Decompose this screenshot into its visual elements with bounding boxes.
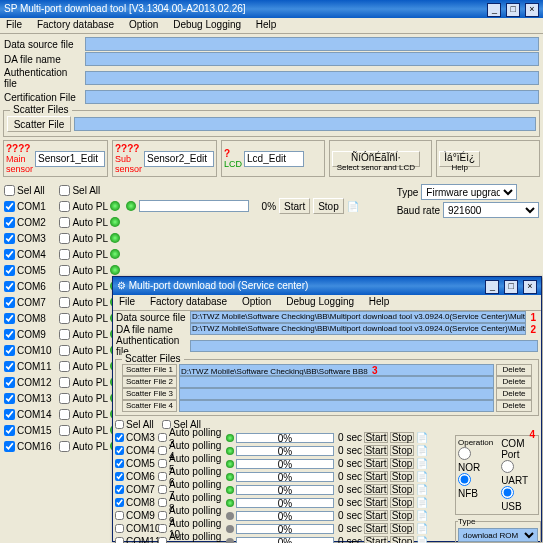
com-check[interactable] xyxy=(4,329,15,340)
poll-start-button[interactable]: Start xyxy=(364,497,388,508)
maximize-icon[interactable]: □ xyxy=(506,3,520,17)
poll-com-check[interactable] xyxy=(115,459,124,468)
auto-check[interactable] xyxy=(59,377,70,388)
ol-menu-factory[interactable]: Factory database xyxy=(144,295,233,308)
com-check[interactable] xyxy=(4,313,15,324)
baud-select[interactable]: 921600 xyxy=(443,202,539,218)
scatter-btn[interactable]: Scatter File 1 xyxy=(122,364,177,376)
sub-sensor-input[interactable] xyxy=(144,151,214,167)
poll-auto-check[interactable] xyxy=(158,446,167,455)
auth-field[interactable] xyxy=(85,71,539,85)
com-check[interactable] xyxy=(4,361,15,372)
poll-com-check[interactable] xyxy=(115,485,124,494)
scatter-field[interactable] xyxy=(179,376,494,388)
delete-button[interactable]: Delete xyxy=(496,400,532,412)
poll-start-button[interactable]: Start xyxy=(364,432,388,443)
auto-check[interactable] xyxy=(59,281,70,292)
help-button[interactable]: Ìá°ïÉì¿Help xyxy=(439,151,480,167)
cert-field[interactable] xyxy=(85,90,539,104)
delete-button[interactable]: Delete xyxy=(496,388,532,400)
poll-stop-button[interactable]: Stop xyxy=(390,497,414,508)
scatter-field[interactable] xyxy=(179,400,494,412)
extra-icon[interactable]: 📄 xyxy=(347,201,359,212)
usb-radio[interactable] xyxy=(501,486,514,499)
nfb-radio[interactable] xyxy=(458,473,471,486)
ol-maximize-icon[interactable]: □ xyxy=(504,280,518,294)
poll-extra-icon[interactable]: 📄 xyxy=(416,484,428,495)
close-icon[interactable]: × xyxy=(525,3,539,17)
ol-menu-option[interactable]: Option xyxy=(236,295,277,308)
auto-check[interactable] xyxy=(59,201,70,212)
com-check[interactable] xyxy=(4,233,15,244)
sel-all-com[interactable] xyxy=(4,185,15,196)
poll-stop-button[interactable]: Stop xyxy=(390,445,414,456)
com-check[interactable] xyxy=(4,281,15,292)
poll-auto-check[interactable] xyxy=(158,472,167,481)
ol-type-select[interactable]: download ROM xyxy=(458,528,538,542)
poll-stop-button[interactable]: Stop xyxy=(390,536,414,543)
auto-check[interactable] xyxy=(59,361,70,372)
scatter-field[interactable] xyxy=(179,388,494,400)
sel-all-auto[interactable] xyxy=(59,185,70,196)
scatter-btn[interactable]: Scatter File 4 xyxy=(122,400,177,412)
ol-data-source[interactable]: D:\TWZ Mobile\Software Checking\BB\Multi… xyxy=(190,311,526,323)
auto-check[interactable] xyxy=(59,329,70,340)
auto-check[interactable] xyxy=(59,217,70,228)
poll-extra-icon[interactable]: 📄 xyxy=(416,471,428,482)
auto-check[interactable] xyxy=(59,313,70,324)
auto-check[interactable] xyxy=(59,425,70,436)
scatter-btn[interactable]: Scatter File 2 xyxy=(122,376,177,388)
poll-extra-icon[interactable]: 📄 xyxy=(416,497,428,508)
auto-check[interactable] xyxy=(59,441,70,452)
com-check[interactable] xyxy=(4,201,15,212)
poll-com-check[interactable] xyxy=(115,498,124,507)
com-check[interactable] xyxy=(4,265,15,276)
poll-start-button[interactable]: Start xyxy=(364,484,388,495)
com-check[interactable] xyxy=(4,393,15,404)
com-check[interactable] xyxy=(4,377,15,388)
poll-extra-icon[interactable]: 📄 xyxy=(416,510,428,521)
com-check[interactable] xyxy=(4,425,15,436)
auto-check[interactable] xyxy=(59,297,70,308)
com-check[interactable] xyxy=(4,217,15,228)
poll-com-check[interactable] xyxy=(115,446,124,455)
poll-stop-button[interactable]: Stop xyxy=(390,458,414,469)
ol-menu-help[interactable]: Help xyxy=(363,295,396,308)
poll-auto-check[interactable] xyxy=(158,433,167,442)
poll-extra-icon[interactable]: 📄 xyxy=(416,445,428,456)
com-check[interactable] xyxy=(4,297,15,308)
com-check[interactable] xyxy=(4,249,15,260)
select-sensor-button[interactable]: ÑíÓñÉãÏñÍ·Select senor and LCD xyxy=(332,151,420,167)
start-button[interactable]: Start xyxy=(279,198,310,214)
stop-button[interactable]: Stop xyxy=(313,198,344,214)
scatter-field[interactable]: D:\TWZ Mobile\Software Checking\BB\Softw… xyxy=(179,364,494,376)
menu-file[interactable]: File xyxy=(0,18,28,31)
poll-extra-icon[interactable]: 📄 xyxy=(416,458,428,469)
poll-start-button[interactable]: Start xyxy=(364,445,388,456)
menu-option[interactable]: Option xyxy=(123,18,164,31)
ol-menu-debug[interactable]: Debug Logging xyxy=(280,295,360,308)
poll-stop-button[interactable]: Stop xyxy=(390,471,414,482)
minimize-icon[interactable]: _ xyxy=(487,3,501,17)
poll-start-button[interactable]: Start xyxy=(364,523,388,534)
ol-minimize-icon[interactable]: _ xyxy=(485,280,499,294)
menu-debug[interactable]: Debug Logging xyxy=(167,18,247,31)
ol-close-icon[interactable]: × xyxy=(523,280,537,294)
auto-check[interactable] xyxy=(59,265,70,276)
auto-check[interactable] xyxy=(59,393,70,404)
poll-extra-icon[interactable]: 📄 xyxy=(416,523,428,534)
poll-stop-button[interactable]: Stop xyxy=(390,432,414,443)
main-sensor-input[interactable] xyxy=(35,151,105,167)
com-check[interactable] xyxy=(4,409,15,420)
lcd-input[interactable] xyxy=(244,151,304,167)
poll-com-check[interactable] xyxy=(115,511,124,520)
poll-auto-check[interactable] xyxy=(158,498,167,507)
delete-button[interactable]: Delete xyxy=(496,364,532,376)
auto-check[interactable] xyxy=(59,409,70,420)
poll-stop-button[interactable]: Stop xyxy=(390,510,414,521)
da-field[interactable] xyxy=(85,52,539,66)
poll-stop-button[interactable]: Stop xyxy=(390,523,414,534)
poll-auto-check[interactable] xyxy=(158,485,167,494)
poll-auto-check[interactable] xyxy=(158,524,167,533)
poll-start-button[interactable]: Start xyxy=(364,471,388,482)
